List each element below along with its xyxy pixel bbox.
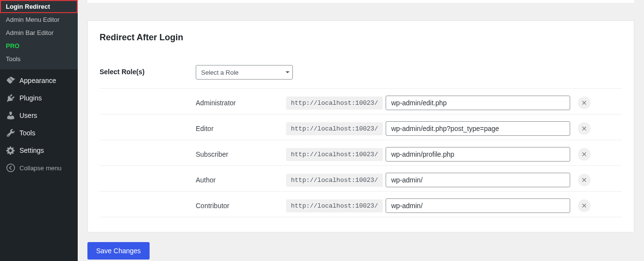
remove-role-button[interactable]: ✕ — [578, 122, 591, 135]
collapse-label: Collapse menu — [19, 164, 62, 172]
sidebar-submenu: Login Redirect Admin Menu Editor Admin B… — [0, 0, 78, 69]
users-icon — [6, 111, 16, 120]
chevron-down-icon — [286, 71, 289, 73]
collapse-icon — [6, 163, 16, 173]
url-prefix: http://localhost:10023/ — [286, 148, 383, 161]
sidebar-item-appearance[interactable]: Appearance — [0, 72, 78, 89]
sidebar-item-label: Tools — [19, 129, 35, 137]
close-icon: ✕ — [581, 176, 587, 184]
collapse-menu[interactable]: Collapse menu — [0, 159, 78, 177]
sidebar-item-settings[interactable]: Settings — [0, 142, 78, 159]
plugins-icon — [6, 93, 16, 103]
sidebar-item-label: Plugins — [19, 94, 42, 102]
svg-point-0 — [7, 164, 15, 172]
sidebar-item-submenu-tools[interactable]: Tools — [0, 52, 78, 65]
select-roles-label: Select Role(s) — [100, 65, 196, 76]
sidebar-item-login-redirect[interactable]: Login Redirect — [0, 0, 78, 13]
redirect-input-subscriber[interactable] — [386, 147, 570, 162]
role-row-author: Author http://localhost:10023/ ✕ — [100, 166, 622, 192]
url-prefix: http://localhost:10023/ — [286, 199, 383, 212]
role-name: Administrator — [196, 99, 286, 107]
role-name: Contributor — [196, 202, 286, 210]
url-prefix: http://localhost:10023/ — [286, 97, 383, 110]
role-row-editor: Editor http://localhost:10023/ ✕ — [100, 114, 622, 140]
remove-role-button[interactable]: ✕ — [578, 174, 591, 186]
role-row-contributor: Contributor http://localhost:10023/ ✕ — [100, 192, 622, 217]
sidebar-item-tools[interactable]: Tools — [0, 124, 78, 142]
select-roles-row: Select Role(s) Select a Role — [100, 56, 622, 89]
close-icon: ✕ — [581, 202, 587, 210]
remove-role-button[interactable]: ✕ — [578, 97, 591, 109]
sidebar-item-plugins[interactable]: Plugins — [0, 89, 78, 107]
main-content: Redirect After Login Select Role(s) Sele… — [78, 0, 644, 261]
role-name: Author — [196, 176, 286, 184]
redirect-input-contributor[interactable] — [386, 198, 570, 213]
tools-icon — [6, 128, 16, 138]
settings-icon — [6, 146, 16, 155]
top-panel-edge — [87, 0, 634, 3]
role-row-subscriber: Subscriber http://localhost:10023/ ✕ — [100, 140, 622, 166]
sidebar-item-pro[interactable]: PRO — [0, 39, 78, 52]
sidebar-item-label: Appearance — [19, 77, 56, 84]
remove-role-button[interactable]: ✕ — [578, 148, 591, 161]
close-icon: ✕ — [581, 99, 587, 107]
url-prefix: http://localhost:10023/ — [286, 174, 383, 187]
select-placeholder: Select a Role — [201, 69, 238, 76]
sidebar-item-label: Users — [19, 112, 37, 119]
role-name: Editor — [196, 125, 286, 132]
close-icon: ✕ — [581, 150, 587, 158]
redirect-input-author[interactable] — [386, 173, 570, 187]
sidebar-item-admin-bar-editor[interactable]: Admin Bar Editor — [0, 26, 78, 39]
role-select[interactable]: Select a Role — [196, 65, 293, 80]
sidebar-item-label: Settings — [19, 147, 44, 154]
save-changes-button[interactable]: Save Changes — [87, 242, 150, 260]
panel-title: Redirect After Login — [100, 33, 622, 43]
redirect-panel: Redirect After Login Select Role(s) Sele… — [87, 20, 634, 232]
role-row-administrator: Administrator http://localhost:10023/ ✕ — [100, 89, 622, 114]
sidebar-item-users[interactable]: Users — [0, 107, 78, 124]
remove-role-button[interactable]: ✕ — [578, 199, 591, 212]
close-icon: ✕ — [581, 125, 587, 132]
sidebar-item-admin-menu-editor[interactable]: Admin Menu Editor — [0, 13, 78, 26]
redirect-input-editor[interactable] — [386, 121, 570, 136]
url-prefix: http://localhost:10023/ — [286, 122, 383, 135]
role-name: Subscriber — [196, 150, 286, 158]
redirect-input-administrator[interactable] — [386, 96, 570, 110]
appearance-icon — [6, 76, 16, 85]
admin-sidebar: Login Redirect Admin Menu Editor Admin B… — [0, 0, 78, 261]
